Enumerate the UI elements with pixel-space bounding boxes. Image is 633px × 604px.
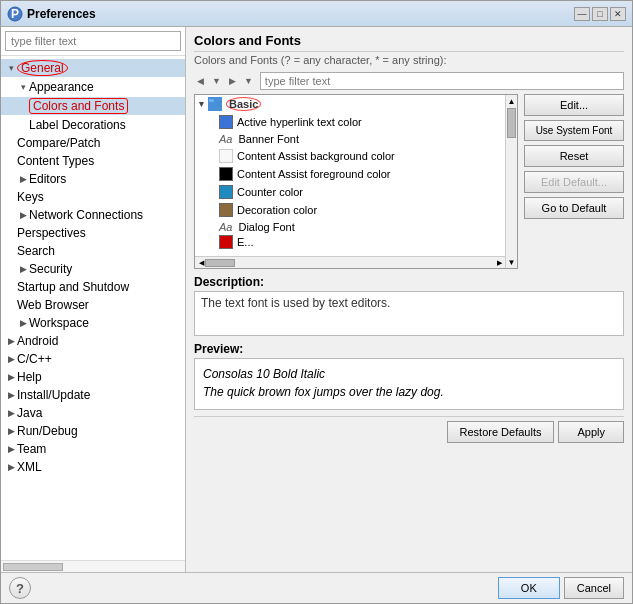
expand-workspace[interactable]: ▶	[17, 317, 29, 329]
appearance-label: Appearance	[29, 80, 94, 94]
tree-row-cpp[interactable]: ▶ C/C++	[1, 351, 185, 367]
tree-row-help[interactable]: ▶ Help	[1, 369, 185, 385]
tree-row-appearance[interactable]: ▾ Appearance	[1, 79, 185, 95]
restore-defaults-button[interactable]: Restore Defaults	[447, 421, 555, 443]
tree-row-editors[interactable]: ▶ Editors	[1, 171, 185, 187]
tree-row-general[interactable]: ▾ General	[1, 59, 185, 77]
counter-swatch	[219, 185, 233, 199]
expand-network[interactable]: ▶	[17, 209, 29, 221]
window-controls: — □ ✕	[574, 7, 626, 21]
reset-button[interactable]: Reset	[524, 145, 624, 167]
expand-editors[interactable]: ▶	[17, 173, 29, 185]
colors-filter-input[interactable]	[260, 72, 624, 90]
color-item-hyperlink[interactable]: Active hyperlink text color	[195, 113, 517, 131]
assist-bg-swatch	[219, 149, 233, 163]
tree-item-keys: Keys	[1, 188, 185, 206]
ok-button[interactable]: OK	[498, 577, 560, 599]
tree-row-network[interactable]: ▶ Network Connections	[1, 207, 185, 223]
banner-font-label: Banner Font	[238, 133, 299, 145]
color-item-basic-header[interactable]: ▾ Basic	[195, 95, 517, 113]
use-system-font-button[interactable]: Use System Font	[524, 120, 624, 141]
security-label: Security	[29, 262, 72, 276]
cpp-label: C/C++	[17, 352, 52, 366]
tree-row-keys[interactable]: Keys	[1, 189, 185, 205]
tree-row-team[interactable]: ▶ Team	[1, 441, 185, 457]
nav-buttons: ◀ ▼ ▶ ▼	[194, 75, 256, 87]
tree-row-label-deco[interactable]: Label Decorations	[1, 117, 185, 133]
keys-label: Keys	[17, 190, 44, 204]
tree-row-colors-fonts[interactable]: Colors and Fonts	[1, 97, 185, 115]
description-text-content: The text font is used by text editors.	[201, 296, 390, 310]
startup-label: Startup and Shutdow	[17, 280, 129, 294]
help-button[interactable]: ?	[9, 577, 31, 599]
expand-android[interactable]: ▶	[5, 335, 17, 347]
expand-team[interactable]: ▶	[5, 443, 17, 455]
nav-dropdown2-button[interactable]: ▼	[241, 75, 256, 87]
expand-help[interactable]: ▶	[5, 371, 17, 383]
tree-row-compare[interactable]: Compare/Patch	[1, 135, 185, 151]
filter-box	[1, 27, 185, 56]
tree-item-network: ▶ Network Connections	[1, 206, 185, 224]
expand-xml[interactable]: ▶	[5, 461, 17, 473]
nav-forward-button[interactable]: ▶	[226, 75, 239, 87]
android-label: Android	[17, 334, 58, 348]
minimize-button[interactable]: —	[574, 7, 590, 21]
color-tree-vscrollbar[interactable]: ▲ ▼	[505, 95, 517, 268]
title-bar: P Preferences — □ ✕	[1, 1, 632, 27]
color-item-assist-fg[interactable]: Content Assist foreground color	[195, 165, 517, 183]
tree-item-java: ▶ Java	[1, 404, 185, 422]
content-types-label: Content Types	[17, 154, 94, 168]
filter-input[interactable]	[5, 31, 181, 51]
go-to-default-button[interactable]: Go to Default	[524, 197, 624, 219]
maximize-button[interactable]: □	[592, 7, 608, 21]
tree-hscrollbar[interactable]	[1, 560, 185, 572]
tree-row-security[interactable]: ▶ Security	[1, 261, 185, 277]
expand-install[interactable]: ▶	[5, 389, 17, 401]
rundebug-label: Run/Debug	[17, 424, 78, 438]
expand-general[interactable]: ▾	[5, 62, 17, 74]
edit-default-button[interactable]: Edit Default...	[524, 171, 624, 193]
hscroll-thumb[interactable]	[3, 563, 63, 571]
assist-fg-label: Content Assist foreground color	[237, 168, 390, 180]
expand-rundebug[interactable]: ▶	[5, 425, 17, 437]
nav-back-button[interactable]: ◀	[194, 75, 207, 87]
nav-dropdown-button[interactable]: ▼	[209, 75, 224, 87]
tree-item-webbrowser: Web Browser	[1, 296, 185, 314]
color-item-dialog-font[interactable]: Aa Dialog Font	[195, 219, 517, 235]
color-item-assist-bg[interactable]: Content Assist background color	[195, 147, 517, 165]
hyperlink-swatch	[219, 115, 233, 129]
expand-cpp[interactable]: ▶	[5, 353, 17, 365]
tree-table-wrapper: ▾ Basic	[194, 94, 624, 269]
expand-appearance[interactable]: ▾	[17, 81, 29, 93]
close-button[interactable]: ✕	[610, 7, 626, 21]
cancel-button[interactable]: Cancel	[564, 577, 624, 599]
svg-rect-2	[209, 101, 221, 110]
preview-section: Preview: Consolas 10 Bold Italic The qui…	[194, 342, 624, 410]
tree-item-cpp: ▶ C/C++	[1, 350, 185, 368]
color-tree-hscrollbar[interactable]: ◀ ▶	[195, 256, 505, 268]
compare-label: Compare/Patch	[17, 136, 100, 150]
tree-row-android[interactable]: ▶ Android	[1, 333, 185, 349]
tree-row-startup[interactable]: Startup and Shutdow	[1, 279, 185, 295]
tree-row-perspectives[interactable]: Perspectives	[1, 225, 185, 241]
expand-security[interactable]: ▶	[17, 263, 29, 275]
banner-font-icon: Aa	[219, 133, 232, 145]
color-item-counter[interactable]: Counter color	[195, 183, 517, 201]
tree-row-java[interactable]: ▶ Java	[1, 405, 185, 421]
color-item-error[interactable]: E...	[195, 235, 517, 249]
color-item-decoration[interactable]: Decoration color	[195, 201, 517, 219]
tree-row-content-types[interactable]: Content Types	[1, 153, 185, 169]
color-item-banner-font[interactable]: Aa Banner Font	[195, 131, 517, 147]
edit-button[interactable]: Edit...	[524, 94, 624, 116]
decoration-swatch	[219, 203, 233, 217]
tree-row-workspace[interactable]: ▶ Workspace	[1, 315, 185, 331]
tree-row-rundebug[interactable]: ▶ Run/Debug	[1, 423, 185, 439]
tree-row-install[interactable]: ▶ Install/Update	[1, 387, 185, 403]
tree-row-search[interactable]: Search	[1, 243, 185, 259]
tree-row-xml[interactable]: ▶ XML	[1, 459, 185, 475]
tree-row-webbrowser[interactable]: Web Browser	[1, 297, 185, 313]
editors-label: Editors	[29, 172, 66, 186]
expand-java[interactable]: ▶	[5, 407, 17, 419]
apply-button[interactable]: Apply	[558, 421, 624, 443]
expand-basic-icon: ▾	[199, 99, 204, 109]
